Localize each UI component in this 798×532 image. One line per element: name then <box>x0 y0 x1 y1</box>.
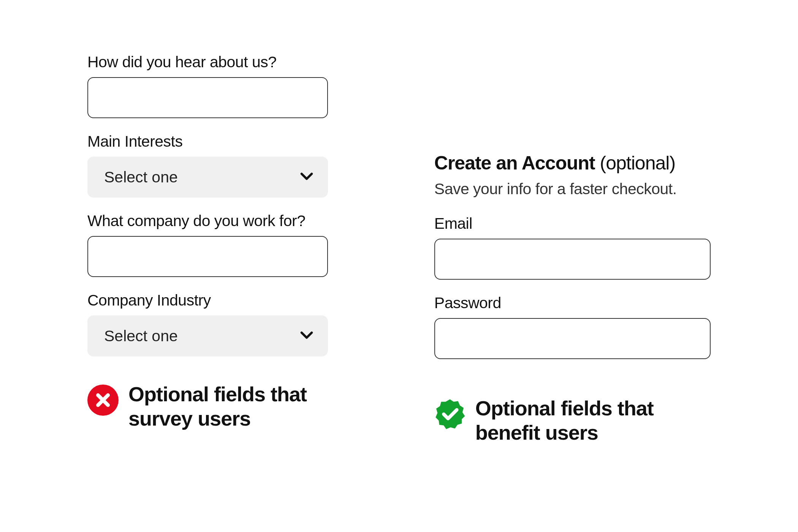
interests-field: Main Interests Select one <box>87 133 328 198</box>
company-input[interactable] <box>87 236 328 277</box>
email-field: Email <box>434 215 711 280</box>
industry-select[interactable]: Select one <box>87 315 328 356</box>
bad-callout-text: Optional fields that survey users <box>128 382 328 431</box>
x-circle-icon <box>87 385 119 416</box>
password-label: Password <box>434 294 711 312</box>
industry-field: Company Industry Select one <box>87 291 328 356</box>
good-callout-text: Optional fields that benefit users <box>475 396 711 445</box>
industry-label: Company Industry <box>87 291 328 309</box>
chevron-down-icon <box>299 169 314 185</box>
hear-about-label: How did you hear about us? <box>87 53 328 71</box>
interests-selected-value: Select one <box>104 168 178 186</box>
interests-select[interactable]: Select one <box>87 157 328 198</box>
bad-callout: Optional fields that survey users <box>87 382 328 431</box>
heading-optional-part: (optional) <box>595 152 675 174</box>
heading-bold-part: Create an Account <box>434 152 595 174</box>
create-account-subheading: Save your info for a faster checkout. <box>434 180 711 198</box>
good-callout: Optional fields that benefit users <box>434 396 711 445</box>
hear-about-input[interactable] <box>87 77 328 118</box>
email-label: Email <box>434 215 711 233</box>
industry-selected-value: Select one <box>104 327 178 345</box>
chevron-down-icon <box>299 328 314 344</box>
check-badge-icon <box>434 399 466 430</box>
good-example-column: Create an Account (optional) Save your i… <box>434 53 711 532</box>
company-label: What company do you work for? <box>87 212 328 230</box>
bad-example-column: How did you hear about us? Main Interest… <box>87 53 328 532</box>
create-account-heading: Create an Account (optional) <box>434 152 711 174</box>
hear-about-field: How did you hear about us? <box>87 53 328 118</box>
password-input[interactable] <box>434 318 711 359</box>
interests-label: Main Interests <box>87 133 328 150</box>
password-field: Password <box>434 294 711 359</box>
company-field: What company do you work for? <box>87 212 328 277</box>
email-input[interactable] <box>434 239 711 280</box>
